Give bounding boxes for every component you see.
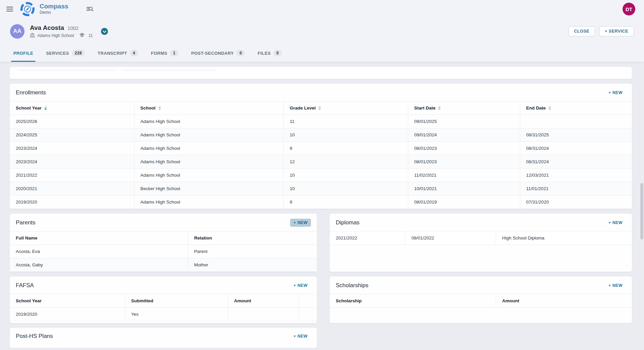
scholarships-title: Scholarships: [336, 282, 368, 289]
clipped-card-above: [10, 67, 632, 79]
tab-services[interactable]: SERVICES 228: [46, 44, 85, 62]
cell-start-date: 11/02/2021: [408, 169, 520, 182]
cell-grade: 10: [283, 169, 408, 182]
tab-post-secondary[interactable]: POST-SECONDARY 0: [191, 44, 245, 62]
column-header-school[interactable]: School: [134, 101, 283, 115]
enrollment-row[interactable]: 2025/2026Adams High School1109/01/2025: [10, 115, 632, 128]
column-label: School Year: [16, 298, 42, 303]
tab-profile[interactable]: PROFILE: [13, 44, 33, 62]
column-header-amount: Amount: [496, 294, 632, 308]
diploma-row[interactable]: 2021/2022 08/01/2022 High School Diploma: [330, 231, 632, 245]
cell-school: Adams High School: [134, 142, 283, 155]
cell-end-date: 08/31/2024: [520, 142, 632, 155]
compass-logo-icon: [20, 2, 35, 16]
cell-submitted: Yes: [125, 308, 228, 321]
add-service-button[interactable]: + SERVICE: [599, 26, 634, 36]
cell-school: Adams High School: [134, 128, 283, 142]
cell-school: Adams High School: [134, 169, 283, 182]
app-title: Compass: [40, 3, 68, 10]
cell-grade: 10: [283, 128, 408, 142]
tab-transcript[interactable]: TRANSCRIPT 4: [98, 44, 138, 62]
diplomas-table: 2021/2022 08/01/2022 High School Diploma: [330, 231, 632, 245]
cell-school-year: 2023/2024: [10, 155, 134, 169]
parent-row[interactable]: Acosta, GabyMother: [10, 258, 317, 272]
chevron-down-icon: [103, 28, 106, 34]
cell-school-year: 2021/2022: [10, 169, 134, 182]
cell-start-date: 09/01/2024: [408, 128, 520, 142]
column-header-school-year[interactable]: School Year: [10, 101, 134, 115]
column-header-school-year: School Year: [10, 294, 125, 308]
parents-new-button[interactable]: + NEW: [290, 219, 311, 227]
enrollments-new-button[interactable]: + NEW: [605, 89, 626, 97]
scholarships-new-button[interactable]: + NEW: [605, 281, 626, 290]
column-header-end-date[interactable]: End Date: [520, 101, 632, 115]
column-header-start-date[interactable]: Start Date: [408, 101, 520, 115]
scholarships-card: Scholarships + NEW Scholarship Amount: [330, 276, 632, 323]
column-header-relation: Relation: [188, 231, 317, 245]
fafsa-row[interactable]: 2019/2020 Yes: [10, 308, 317, 321]
cell-grade: 9: [283, 195, 408, 209]
cell-start-date: 10/01/2021: [408, 182, 520, 195]
enrollment-row[interactable]: 2024/2025Adams High School1009/01/202408…: [10, 128, 632, 142]
column-header-grade-level[interactable]: Grade Level: [283, 101, 408, 115]
cell-amount: [228, 308, 299, 321]
cell-school-year: 2024/2025: [10, 128, 134, 142]
enrollment-row[interactable]: 2021/2022Adams High School1011/02/202112…: [10, 169, 632, 182]
cell-school: Adams High School: [134, 155, 283, 169]
user-avatar[interactable]: DT: [623, 3, 635, 15]
student-info: Ava Acosta 1002 Adams High School 11: [30, 24, 93, 39]
cell-end-date: [520, 115, 632, 128]
column-header-scholarship: Scholarship: [330, 294, 496, 308]
cell-grade: 11: [283, 115, 408, 128]
cell-relation: Parent: [188, 245, 317, 258]
column-label: Full Name: [16, 235, 38, 240]
post-hs-plans-card: Post-HS Plans + NEW: [10, 328, 317, 348]
enrollment-row[interactable]: 2023/2024Adams High School908/01/202308/…: [10, 142, 632, 155]
column-label: Amount: [502, 298, 519, 303]
scholarships-table: Scholarship Amount: [330, 294, 632, 308]
scrollbar-thumb[interactable]: [640, 183, 643, 239]
student-header: AA Ava Acosta 1002 Adams High School 11: [0, 18, 644, 42]
student-school: Adams High School: [37, 33, 74, 38]
column-label: Amount: [234, 298, 251, 303]
tab-label: FORMS: [151, 51, 167, 56]
cell-full-name: Acosta, Eva: [10, 245, 188, 258]
parents-card: Parents + NEW Full Name Relation: [10, 214, 317, 272]
column-label: Relation: [194, 235, 212, 240]
student-name: Ava Acosta: [30, 24, 64, 32]
diplomas-title: Diplomas: [336, 219, 360, 226]
fafsa-table: School Year Submitted Amount 2019/2020 Y…: [10, 294, 317, 321]
fafsa-new-button[interactable]: + NEW: [290, 281, 311, 290]
close-button[interactable]: CLOSE: [569, 26, 595, 36]
hamburger-menu-icon[interactable]: [5, 5, 14, 13]
student-expand-button[interactable]: [101, 28, 108, 35]
sort-icon: [44, 106, 47, 110]
sort-icon: [438, 106, 441, 110]
cell-school-year: 2019/2020: [10, 308, 125, 321]
tab-label: FILES: [258, 51, 271, 56]
column-header-full-name: Full Name: [10, 231, 188, 245]
post-hs-plans-title: Post-HS Plans: [16, 333, 53, 340]
tab-forms[interactable]: FORMS 1: [151, 44, 178, 62]
cell-school-year: 2023/2024: [10, 142, 134, 155]
cell-school: Adams High School: [134, 115, 283, 128]
cell-diploma-date: 08/01/2022: [405, 231, 496, 245]
topbar: Compass Demo DT: [0, 0, 644, 18]
diplomas-new-button[interactable]: + NEW: [605, 219, 626, 227]
cell-start-date: 08/01/2023: [408, 155, 520, 169]
app-title-block: Compass Demo: [40, 3, 68, 15]
search-icon[interactable]: [86, 5, 94, 13]
tab-files[interactable]: FILES 0: [258, 44, 282, 62]
cell-grade: 9: [283, 142, 408, 155]
cell-end-date: 07/31/2020: [520, 195, 632, 209]
tab-label: TRANSCRIPT: [98, 51, 127, 56]
fafsa-title: FAFSA: [16, 282, 34, 289]
app-subtitle: Demo: [40, 10, 68, 15]
parent-row[interactable]: Acosta, EvaParent: [10, 245, 317, 258]
cell-actions: [299, 308, 317, 321]
parents-title: Parents: [16, 219, 36, 226]
enrollment-row[interactable]: 2023/2024Adams High School1208/01/202308…: [10, 155, 632, 169]
enrollment-row[interactable]: 2019/2020Adams High School908/01/201907/…: [10, 195, 632, 209]
enrollment-row[interactable]: 2020/2021Becker High School1010/01/20211…: [10, 182, 632, 195]
post-hs-plans-new-button[interactable]: + NEW: [290, 332, 311, 340]
